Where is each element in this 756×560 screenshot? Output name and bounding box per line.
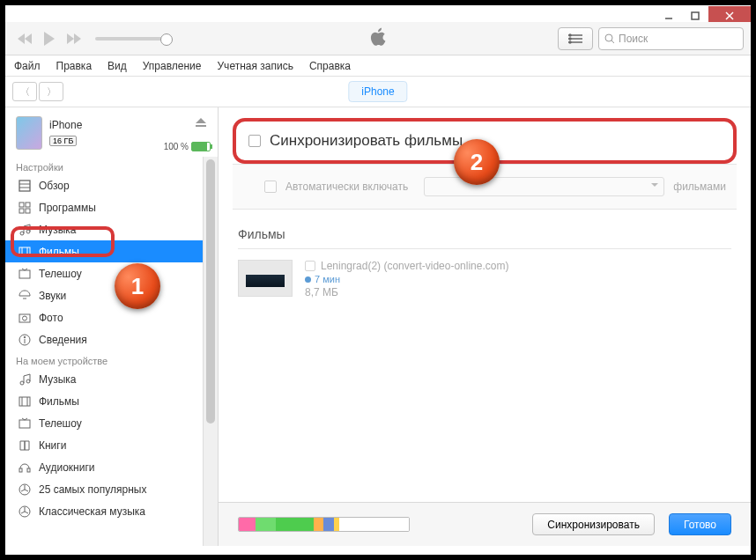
next-button[interactable]: [62, 26, 86, 51]
auto-include-checkbox[interactable]: [264, 181, 277, 193]
auto-include-label: Автоматически включать: [285, 181, 408, 193]
svg-rect-24: [19, 270, 30, 278]
film-duration: 7 мин: [315, 274, 340, 284]
menu-help[interactable]: Справка: [309, 60, 351, 72]
svg-point-10: [605, 34, 612, 41]
sidebar-item-label: Книги: [39, 439, 66, 452]
svg-rect-26: [19, 314, 30, 322]
sidebar-ondevice-music[interactable]: Музыка: [5, 368, 218, 390]
sidebar-item-music[interactable]: Музыка: [5, 218, 218, 240]
svg-rect-21: [19, 247, 30, 256]
svg-point-32: [26, 379, 30, 383]
svg-rect-38: [27, 468, 30, 472]
svg-point-8: [569, 38, 571, 40]
sidebar-item-label: Сведения: [39, 334, 87, 346]
sidebar-item-label: Фильмы: [39, 395, 79, 408]
menu-file[interactable]: Файл: [14, 60, 41, 72]
svg-point-9: [569, 41, 571, 43]
film-list-item[interactable]: Leningrad(2) (convert-video-online.com) …: [238, 248, 731, 309]
svg-rect-33: [19, 397, 30, 406]
film-title: Leningrad(2) (convert-video-online.com): [321, 260, 508, 272]
previous-button[interactable]: [12, 26, 37, 51]
menu-controls[interactable]: Управление: [143, 60, 202, 72]
svg-point-20: [26, 230, 30, 233]
done-button[interactable]: Готово: [669, 513, 731, 535]
device-thumbnail-icon: [16, 116, 42, 150]
sidebar-item-info[interactable]: Сведения: [5, 328, 218, 350]
menu-edit[interactable]: Правка: [56, 60, 93, 72]
sync-movies-checkbox[interactable]: [248, 135, 261, 147]
sidebar-item-apps[interactable]: Программы: [5, 196, 218, 218]
device-capacity-badge: 16 ГБ: [49, 136, 77, 146]
menu-account[interactable]: Учетная запись: [218, 60, 293, 72]
movies-suffix: фильмами: [673, 181, 726, 193]
sidebar-item-label: Обзор: [39, 180, 70, 192]
sidebar-item-label: Аудиокниги: [39, 461, 95, 474]
svg-rect-15: [19, 203, 24, 207]
sync-button[interactable]: Синхронизировать: [532, 513, 655, 535]
playback-toolbar: Поиск: [5, 22, 751, 55]
battery-icon: [191, 142, 211, 151]
svg-rect-16: [26, 203, 30, 207]
svg-point-30: [24, 336, 26, 338]
sidebar-item-movies[interactable]: Фильмы: [5, 240, 218, 262]
svg-line-11: [611, 41, 614, 43]
menubar: Файл Правка Вид Управление Учетная запис…: [5, 55, 751, 77]
sidebar-item-label: Телешоу: [39, 268, 82, 280]
sidebar-item-label: Программы: [39, 202, 96, 214]
sidebar-item-tones[interactable]: Звуки: [5, 284, 218, 306]
forward-button[interactable]: 〉: [39, 82, 63, 101]
sidebar-ondevice-tvshows[interactable]: Телешоу: [5, 412, 218, 434]
film-size: 8,7 МБ: [305, 286, 508, 298]
sidebar-scrollbar[interactable]: [203, 157, 218, 546]
search-placeholder: Поиск: [619, 33, 648, 45]
storage-usage-bar: [238, 517, 410, 532]
sidebar-ondevice-books[interactable]: Книги: [5, 434, 218, 456]
svg-point-31: [20, 381, 24, 385]
svg-rect-1: [692, 12, 699, 19]
navigation-row: 〈 〉 iPhone: [5, 77, 751, 107]
sidebar-item-photos[interactable]: Фото: [5, 306, 218, 328]
sidebar-header-on-device: На моем устройстве: [5, 350, 218, 368]
menu-view[interactable]: Вид: [107, 60, 127, 72]
search-input[interactable]: Поиск: [598, 27, 744, 50]
unplayed-dot-icon: [305, 276, 311, 283]
sidebar-item-tvshows[interactable]: Телешоу: [5, 262, 218, 284]
svg-rect-12: [19, 181, 30, 191]
sidebar-item-label: Телешоу: [39, 417, 82, 430]
search-icon: [604, 33, 615, 44]
sidebar-item-label: Музыка: [39, 373, 76, 386]
sidebar-item-label: Фото: [39, 312, 63, 324]
list-view-button[interactable]: [558, 27, 593, 50]
svg-point-7: [569, 34, 571, 36]
play-button[interactable]: [37, 26, 62, 51]
back-button[interactable]: 〈: [12, 82, 37, 101]
film-checkbox[interactable]: [305, 261, 315, 271]
annotation-callout-2: 2: [454, 139, 500, 185]
films-section-header: Фильмы: [219, 210, 751, 248]
svg-rect-18: [26, 209, 30, 213]
sidebar-ondevice-movies[interactable]: Фильмы: [5, 390, 218, 412]
sidebar-item-label: Музыка: [39, 224, 76, 236]
battery-status: 100 %: [164, 142, 211, 151]
apple-logo-icon: [369, 27, 387, 50]
sidebar-item-label: Классическая музыка: [39, 505, 145, 518]
svg-point-27: [23, 316, 27, 321]
auto-include-dropdown[interactable]: [424, 177, 664, 196]
sidebar-item-label: Фильмы: [39, 246, 79, 258]
annotation-callout-1: 1: [115, 263, 160, 309]
sidebar-ondevice-classical[interactable]: Классическая музыка: [5, 500, 218, 522]
film-thumbnail: [238, 260, 293, 297]
svg-rect-37: [19, 468, 22, 472]
volume-slider[interactable]: [95, 37, 166, 41]
svg-rect-36: [19, 420, 30, 428]
sidebar-ondevice-top25[interactable]: 25 самых популярных: [5, 478, 218, 500]
eject-button[interactable]: [195, 116, 209, 130]
sidebar-item-label: Звуки: [39, 290, 66, 302]
sidebar: iPhone 16 ГБ 100 % Настройки Обзор Прогр…: [5, 107, 219, 546]
device-breadcrumb[interactable]: iPhone: [348, 81, 407, 102]
sidebar-header-settings: Настройки: [5, 157, 218, 174]
sidebar-item-summary[interactable]: Обзор: [5, 174, 218, 196]
sidebar-ondevice-audiobooks[interactable]: Аудиокниги: [5, 456, 218, 478]
device-header: iPhone 16 ГБ 100 %: [5, 107, 218, 157]
